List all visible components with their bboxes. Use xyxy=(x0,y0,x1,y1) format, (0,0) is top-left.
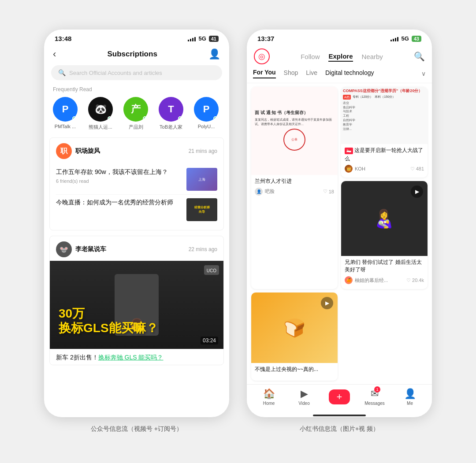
nav-home[interactable]: 🏠 Home xyxy=(251,388,286,406)
card-mother-baby-body: 兄弟们 替你们试过了 婚后生活太美好了呀 🍊 柚姐的幕后经... ♡ 20.4k xyxy=(341,256,428,288)
heart-icon: ♡ xyxy=(406,278,411,283)
right-battery: 43 xyxy=(412,36,421,42)
avatar-label: PolyU... xyxy=(192,124,220,129)
cat-tab-foryou[interactable]: For You xyxy=(253,69,276,78)
category-more-icon[interactable]: ∨ xyxy=(421,70,426,77)
nav-me-label: Me xyxy=(407,401,413,406)
left-phone-wrapper: 13:48 5G 41 ‹ Subscriptions 👤 🔍 Search O… xyxy=(44,30,229,433)
left-network: 5G xyxy=(198,35,206,42)
nav-video[interactable]: ▶ Video xyxy=(286,388,322,406)
author-avatar-small: 🍊 xyxy=(345,276,353,284)
card-compass-footer: 👑 KOH ♡ 481 xyxy=(345,165,424,173)
tab-nearby[interactable]: Nearby xyxy=(362,52,383,61)
article-item[interactable]: 今晚直播：如何成为一名优秀的经营分析师 经营分析师向导 xyxy=(56,194,217,225)
author-name: 李老鼠说车 xyxy=(75,245,106,253)
article-text: 今晚直播：如何成为一名优秀的经营分析师 xyxy=(56,198,182,209)
left-time: 13:48 xyxy=(55,35,71,42)
author-name-small: KOH xyxy=(355,166,365,171)
add-button[interactable]: + xyxy=(329,389,350,404)
video-duration: 03:24 xyxy=(201,337,218,344)
heart-icon: ♡ xyxy=(410,166,415,172)
avatar-item[interactable]: P PMTalk ... xyxy=(51,97,79,130)
card-lanzhou[interactable]: 面 试 通 知 书（考生留存） 某某同志，根据笔试成绩，请凭本通知书于某某年参加… xyxy=(251,87,338,289)
video-icon: ▶ xyxy=(301,388,308,400)
underline-link[interactable]: 换标奔驰 GLS 能买吗？ xyxy=(98,354,164,361)
profile-icon[interactable]: 👤 xyxy=(208,48,220,60)
avatar-label: 产品刘 xyxy=(122,124,150,130)
right-status-right: 5G 43 xyxy=(390,35,421,42)
feed-card-1: 职 职场旋风 21 mins ago 工作五年存款 90w，我该不该留在上海？ … xyxy=(49,137,224,230)
top-nav-tabs: Follow Explore Nearby xyxy=(301,52,383,62)
card-compass[interactable]: COMPASS这些都分"违规学历"（年龄20分） A档 专科（120分） 本科（… xyxy=(341,87,428,178)
avatar-item[interactable]: 🐼 熊猫人运... xyxy=(86,97,115,130)
card-lanzhou-body: 兰州市人才引进 👤 吧脸 ♡ 18 xyxy=(251,175,338,199)
avatar-tob: T xyxy=(159,97,183,122)
messages-icon: ✉ xyxy=(371,388,379,399)
avatar-label: ToB老人家 xyxy=(157,124,185,130)
top-nav: ◎ Follow Explore Nearby 🔍 xyxy=(247,45,432,69)
nav-messages[interactable]: ✉ Messages xyxy=(357,388,392,406)
avatar-item[interactable]: T ToB老人家 xyxy=(157,97,185,130)
right-time: 13:37 xyxy=(257,35,274,42)
doc-title: COMPASS这些都分"违规学历"（年龄20分） xyxy=(343,89,426,94)
feed-card-2-video: 🐭 李老鼠说车 22 mins ago 👨 30万换标GLS能买嘛？ 03:24… xyxy=(49,236,224,365)
tab-explore[interactable]: Explore xyxy=(328,52,353,62)
red-banner: 🇸🇬 xyxy=(345,148,353,154)
author-avatar: 🐭 xyxy=(56,241,72,257)
content-grid: 面 试 通 知 书（考生留存） 某某同志，根据笔试成绩，请凭本通知书于某某年参加… xyxy=(247,83,432,384)
card-food[interactable]: 🍞 ▶ 不愧是上过央视的~~真的... xyxy=(251,293,338,381)
feed-time: 22 mins ago xyxy=(189,246,217,252)
tab-follow[interactable]: Follow xyxy=(301,52,320,61)
bottom-nav: 🏠 Home ▶ Video + ✉ Messages 👤 Me xyxy=(247,384,432,413)
left-phone: 13:48 5G 41 ‹ Subscriptions 👤 🔍 Search O… xyxy=(44,30,229,417)
frequently-read-label: Frequently Read xyxy=(44,86,229,97)
article-meta: 6 friend(s) read xyxy=(56,178,182,184)
right-status-bar: 13:37 5G 43 xyxy=(247,30,432,45)
category-tabs: For You Shop Live Digital technology ∨ xyxy=(247,69,432,83)
card-mother-baby-footer: 🍊 柚姐的幕后经... ♡ 20.4k xyxy=(345,276,424,284)
avatar-panda: 🐼 xyxy=(88,97,113,122)
card-mother-baby[interactable]: 👩‍🍼 ▶ 兄弟们 替你们试过了 婚后生活太美好了呀 🍊 柚姐的幕后经... ♡… xyxy=(341,181,428,289)
right-network: 5G xyxy=(401,35,409,42)
official-stamp: 公章 xyxy=(283,129,305,151)
search-button[interactable]: 🔍 xyxy=(414,51,425,62)
home-indicator xyxy=(313,415,366,416)
feed-author: 🐭 李老鼠说车 xyxy=(56,241,106,257)
cat-tab-live[interactable]: Live xyxy=(306,69,317,78)
me-icon: 👤 xyxy=(404,388,416,400)
avatar-poly: P xyxy=(194,97,219,122)
avatar-chanliu: 产 xyxy=(123,97,148,122)
search-bar[interactable]: 🔍 Search Official Accounts and articles xyxy=(51,65,222,80)
card-mother-baby-title: 兄弟们 替你们试过了 婚后生活太美好了呀 xyxy=(345,259,424,274)
avatar-pmtalk: P xyxy=(53,97,78,122)
right-phone: 13:37 5G 43 ◎ Follow Explore Nearby xyxy=(247,30,432,417)
nav-video-label: Video xyxy=(298,401,309,406)
card-food-img: 🍞 ▶ xyxy=(251,293,338,363)
article-thumb: 经营分析师向导 xyxy=(186,198,217,221)
back-button[interactable]: ‹ xyxy=(53,48,56,60)
home-icon: 🏠 xyxy=(263,388,275,400)
search-placeholder: Search Official Accounts and articles xyxy=(69,70,162,76)
nav-add[interactable]: + xyxy=(322,389,357,404)
avatar-label: 熊猫人运... xyxy=(86,124,115,130)
doc-card-content: COMPASS这些都分"违规学历"（年龄20分） A档 专科（120分） 本科（… xyxy=(341,87,428,144)
video-thumbnail[interactable]: 👨 30万换标GLS能买嘛？ 03:24 UCO xyxy=(50,261,223,349)
signal-icon xyxy=(188,36,196,41)
article-item[interactable]: 工作五年存款 90w，我该不该留在上海？ 6 friend(s) read 上海 xyxy=(56,164,217,194)
left-phone-label: 公众号信息流（视频号 +订阅号） xyxy=(91,424,182,433)
search-icon: 🔍 xyxy=(58,69,66,76)
card-lanzhou-img: 面 试 通 知 书（考生留存） 某某同志，根据笔试成绩，请凭本通知书于某某年参加… xyxy=(251,87,338,175)
feed-card-header: 职 职场旋风 21 mins ago xyxy=(56,143,217,159)
article-text: 工作五年存款 90w，我该不该留在上海？ 6 friend(s) read xyxy=(56,168,182,184)
nav-me[interactable]: 👤 Me xyxy=(392,388,428,406)
author-name: 职场旋风 xyxy=(75,147,100,155)
cat-tab-digital[interactable]: Digital technology xyxy=(325,69,374,78)
author-avatar-small: 👤 xyxy=(255,188,263,196)
feed-author: 职 职场旋风 xyxy=(56,143,100,159)
stamp-text: 面 试 通 知 书（考生留存） 某某同志，根据笔试成绩，请凭本通知书于某某年参加… xyxy=(255,110,334,152)
card-lanzhou-likes: ♡ 18 xyxy=(323,189,334,194)
avatar-item[interactable]: 产 产品刘 xyxy=(122,97,150,130)
card-lanzhou-title: 兰州市人才引进 xyxy=(255,178,334,185)
cat-tab-shop[interactable]: Shop xyxy=(284,69,298,78)
avatar-item[interactable]: P PolyU... xyxy=(192,97,220,130)
